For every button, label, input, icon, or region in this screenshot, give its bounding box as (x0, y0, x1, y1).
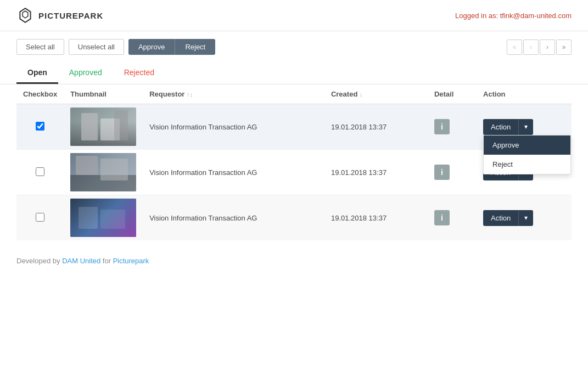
footer-picturepark-link[interactable]: Picturepark (113, 257, 149, 265)
row-1-reject-option[interactable]: Reject (484, 155, 570, 174)
row-2-checkbox[interactable] (36, 167, 44, 176)
footer-dam-united-link[interactable]: DAM United (62, 257, 100, 265)
footer-developed-by: Developed by (16, 257, 60, 265)
col-checkbox: Checkbox (16, 84, 64, 104)
toolbar: Select all Unselect all Approve Reject «… (0, 31, 588, 63)
row-1-action-dropdown-toggle[interactable]: ▾ (518, 119, 533, 135)
table-container: Checkbox Thumbnail Requestor ↑↓ Created … (0, 84, 588, 240)
row-3-action-cell: Action ▾ (477, 195, 572, 241)
row-1-action-button[interactable]: Action (483, 119, 518, 135)
row-3-checkbox-cell (16, 195, 64, 241)
logged-in-label: Logged in as: (455, 12, 498, 20)
row-2-requestor: Vision Information Transaction AG (143, 150, 324, 195)
footer: Developed by DAM United for Picturepark (0, 240, 588, 276)
unselect-all-button[interactable]: Unselect all (69, 39, 124, 55)
row-3-created: 19.01.2018 13:37 (324, 195, 428, 241)
table-body: Vision Information Transaction AG 19.01.… (16, 104, 572, 241)
created-sort-icon: ↓ (360, 91, 363, 98)
row-3-thumbnail-cell (64, 195, 143, 241)
table-row: Vision Information Transaction AG 19.01.… (16, 195, 572, 241)
row-2-detail-button[interactable]: i (434, 165, 450, 180)
row-3-thumbnail (70, 199, 136, 237)
row-2-detail-cell: i (428, 150, 477, 195)
footer-for: for (103, 257, 113, 265)
pagination: « ‹ › » (507, 39, 572, 55)
row-1-detail-button[interactable]: i (434, 119, 450, 134)
col-action: Action (477, 84, 572, 104)
row-2-created: 19.01.2018 13:37 (324, 150, 428, 195)
approve-reject-group: Approve Reject (128, 39, 215, 55)
col-requestor: Requestor ↑↓ (143, 84, 324, 104)
row-3-requestor: Vision Information Transaction AG (143, 195, 324, 241)
tabs: Open Approved Rejected (0, 63, 588, 84)
tab-rejected[interactable]: Rejected (113, 63, 165, 84)
row-1-thumbnail (70, 108, 136, 146)
row-2-thumbnail (70, 153, 136, 191)
row-2-thumbnail-cell (64, 150, 143, 195)
row-1-dropdown-menu: Approve Reject (483, 135, 571, 174)
row-3-detail-button[interactable]: i (434, 210, 450, 225)
logged-in-email: tfink@dam-united.com (500, 12, 572, 20)
pagination-prev-single[interactable]: ‹ (523, 39, 539, 55)
row-1-requestor: Vision Information Transaction AG (143, 104, 324, 150)
col-created: Created ↓ (324, 84, 428, 104)
row-3-action-group: Action ▾ (483, 210, 533, 226)
logo-text: PICTUREPARK (38, 11, 103, 20)
pagination-next-single[interactable]: › (540, 39, 555, 55)
toolbar-left: Select all Unselect all Approve Reject (16, 39, 215, 55)
row-1-detail-cell: i (428, 104, 477, 150)
row-3-action-button[interactable]: Action (483, 210, 518, 226)
pagination-next-double[interactable]: » (556, 39, 572, 55)
col-detail: Detail (428, 84, 477, 104)
row-1-checkbox[interactable] (36, 122, 44, 131)
row-1-action-group: Action ▾ Approve Reject (483, 119, 533, 135)
tab-open[interactable]: Open (16, 63, 58, 84)
row-1-approve-option[interactable]: Approve (484, 135, 570, 155)
table-header: Checkbox Thumbnail Requestor ↑↓ Created … (16, 84, 572, 104)
col-thumbnail: Thumbnail (64, 84, 143, 104)
requests-table: Checkbox Thumbnail Requestor ↑↓ Created … (16, 84, 572, 240)
header: PICTUREPARK Logged in as: tfink@dam-unit… (0, 0, 588, 31)
bulk-approve-button[interactable]: Approve (128, 39, 175, 55)
row-1-thumbnail-cell (64, 104, 143, 150)
row-2-checkbox-cell (16, 150, 64, 195)
row-3-action-dropdown-toggle[interactable]: ▾ (518, 210, 533, 226)
requestor-sort-icon: ↑↓ (187, 91, 193, 98)
row-3-checkbox[interactable] (36, 213, 44, 222)
row-3-detail-cell: i (428, 195, 477, 241)
tab-approved[interactable]: Approved (58, 63, 113, 84)
logo-icon (16, 7, 34, 24)
row-1-created: 19.01.2018 13:37 (324, 104, 428, 150)
logged-in-info: Logged in as: tfink@dam-united.com (455, 12, 572, 20)
row-1-checkbox-cell (16, 104, 64, 150)
pagination-prev-double[interactable]: « (507, 39, 522, 55)
select-all-button[interactable]: Select all (16, 39, 64, 55)
logo: PICTUREPARK (16, 7, 103, 24)
bulk-reject-button[interactable]: Reject (175, 39, 215, 55)
table-row: Vision Information Transaction AG 19.01.… (16, 104, 572, 150)
row-1-action-cell: Action ▾ Approve Reject ↖ (477, 104, 572, 150)
